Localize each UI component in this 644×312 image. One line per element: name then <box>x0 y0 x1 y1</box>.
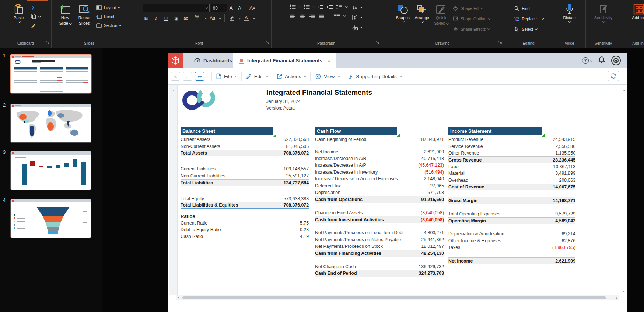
statement-row: Non-Current Assets81,045,505 <box>181 143 309 149</box>
left-gutter[interactable]: → <box>169 85 178 295</box>
decrease-font-size-button[interactable]: Aˇ <box>237 4 244 12</box>
slide-thumbnail-4[interactable] <box>10 199 91 238</box>
statement-row-value: (516,494) <box>424 170 444 175</box>
edit-menu[interactable]: Edit <box>246 74 267 79</box>
help-menu[interactable]: ? <box>582 57 592 64</box>
tab-dashboards[interactable]: Dashboards <box>188 53 238 68</box>
paste-button[interactable]: Paste <box>10 3 28 24</box>
file-menu[interactable]: File <box>216 73 237 79</box>
view-menu[interactable]: View <box>315 74 339 79</box>
notifications-button[interactable] <box>598 56 605 65</box>
text-shadow-button[interactable]: S <box>172 14 180 22</box>
arrange-button[interactable]: Arrange <box>413 3 431 24</box>
paragraph-dialog-launcher-icon[interactable] <box>376 39 379 46</box>
horizontal-scroll-thumb[interactable] <box>182 296 606 299</box>
strikethrough-button[interactable]: ab <box>182 14 190 22</box>
slide-thumbnail-3[interactable] <box>10 151 91 190</box>
new-slide-label-2: Slide <box>59 21 71 26</box>
supporting-details-icon <box>349 73 353 79</box>
reset-button[interactable]: Reset <box>94 13 123 20</box>
forward-button[interactable]: ↦ <box>195 72 204 81</box>
character-spacing-button[interactable]: AV↔ <box>192 14 202 22</box>
select-button[interactable]: Select <box>512 25 545 33</box>
find-button[interactable]: Find <box>512 4 545 12</box>
statement-row: Other Income & Expenses62,876 <box>448 238 575 244</box>
actions-menu[interactable]: Actions <box>277 74 306 79</box>
document-icon <box>239 58 244 64</box>
columns-button[interactable] <box>334 13 340 19</box>
add-ins-button[interactable]: Add-ins <box>630 3 644 21</box>
layout-button[interactable]: Layout <box>94 4 123 11</box>
italic-button[interactable]: I <box>153 14 160 22</box>
text-direction-button[interactable] <box>350 4 363 11</box>
font-name-combo[interactable] <box>143 4 210 12</box>
highlight-color-button[interactable] <box>228 14 236 22</box>
format-painter-button[interactable] <box>29 21 42 29</box>
scroll-right-icon[interactable] <box>613 297 619 299</box>
align-text-button[interactable] <box>350 14 363 21</box>
scroll-down-icon[interactable] <box>623 287 625 293</box>
reset-icon <box>96 13 102 20</box>
help-icon: ? <box>582 57 589 64</box>
increase-indent-button[interactable] <box>327 4 333 10</box>
statement-row-label: Total Operating Expenses <box>448 211 500 216</box>
scroll-left-icon[interactable] <box>176 297 182 299</box>
align-center-button[interactable] <box>299 13 305 19</box>
statement-row-label: Increase/Decrease in A/R <box>315 156 366 161</box>
convert-to-smartart-button[interactable] <box>350 24 363 31</box>
statement-row: Debt to Equity Ratio0.23 <box>181 226 309 233</box>
font-size-combo[interactable]: 60 <box>211 4 227 12</box>
vertical-scrollbar[interactable] <box>622 87 627 293</box>
statement-row-label: Total Equity <box>181 196 204 201</box>
statement-spacer <box>181 186 309 195</box>
arrange-icon <box>416 4 427 15</box>
new-slide-button[interactable]: New Slide <box>56 3 74 27</box>
line-spacing-button[interactable] <box>336 4 342 10</box>
document-canvas: → Integrated Financial Statements Januar… <box>168 85 627 312</box>
drawing-dialog-launcher-icon[interactable] <box>498 39 502 46</box>
shapes-button[interactable]: Shapes <box>393 3 412 24</box>
statement-row-value: 4,800,271 <box>424 230 444 235</box>
statement-row-value: 109,146,557 <box>284 166 309 171</box>
scroll-up-icon[interactable] <box>623 87 625 93</box>
horizontal-scrollbar[interactable] <box>176 295 619 300</box>
font-color-button[interactable]: A <box>243 14 250 22</box>
collapse-all-button[interactable]: « <box>171 72 180 81</box>
reuse-slides-button[interactable]: Reuse Slides <box>75 3 94 27</box>
section-button[interactable]: Section <box>94 21 123 29</box>
decrease-indent-button[interactable] <box>318 4 324 10</box>
bold-button[interactable]: B <box>143 14 150 22</box>
statement-row-value: 69,214 <box>561 231 575 236</box>
justify-button[interactable] <box>318 13 325 19</box>
statement-row: Taxes(1,960,795) <box>448 244 575 251</box>
slide-thumbnail-1[interactable] <box>10 54 91 93</box>
supporting-details-menu[interactable]: Supporting Details <box>349 73 401 79</box>
increase-font-size-button[interactable]: Aˇ <box>228 4 235 12</box>
app-logo[interactable] <box>168 53 183 68</box>
replace-button[interactable]: bc Replace <box>512 15 545 22</box>
clipboard-dialog-launcher-icon[interactable] <box>46 39 50 46</box>
cut-icon: ✂ <box>30 4 36 11</box>
font-dialog-launcher-icon[interactable] <box>266 39 270 46</box>
ribbon-group-editing: Find bc Replace Select Editing <box>504 0 553 48</box>
align-right-button[interactable] <box>309 13 315 19</box>
dictate-button[interactable]: Dictate <box>560 3 579 24</box>
change-case-button[interactable]: Aa <box>209 14 216 22</box>
shapes-chevron-icon <box>402 20 404 23</box>
underline-button[interactable]: U <box>162 14 170 22</box>
tab-integrated-financial-statements[interactable]: Integrated Financial Statements × <box>233 53 336 68</box>
statement-row-value: 134,737,684 <box>284 180 309 186</box>
statement-row: Increase/Decrease in A/R40,715,413 <box>315 155 444 162</box>
numbering-button[interactable] <box>304 4 310 10</box>
slide-thumbnail-2[interactable] <box>10 104 91 143</box>
cut-button[interactable]: ✂ <box>29 4 42 11</box>
align-left-button[interactable] <box>290 13 296 19</box>
statement-row: Cash from Financing Activities48,254,130 <box>315 250 444 256</box>
shape-fill-button: Shape Fill <box>451 4 491 12</box>
account-avatar[interactable] <box>611 56 621 65</box>
refresh-button[interactable] <box>608 71 619 81</box>
copy-button[interactable] <box>29 13 42 20</box>
tab-close-icon[interactable]: × <box>328 58 330 63</box>
clear-formatting-button[interactable]: A <box>249 4 256 12</box>
bullets-button[interactable] <box>290 4 296 10</box>
